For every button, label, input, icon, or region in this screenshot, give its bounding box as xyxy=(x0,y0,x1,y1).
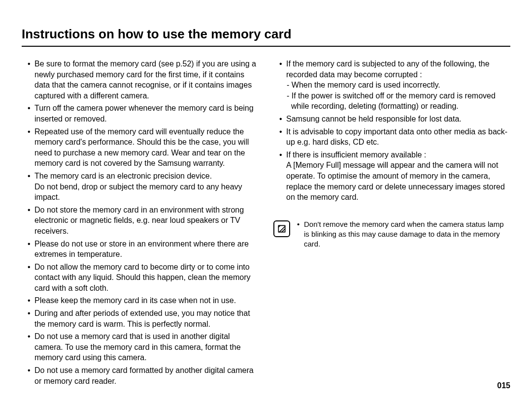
list-item: The memory card is an electronic precisi… xyxy=(28,171,259,203)
list-item-text: Do not allow the memory card to become d… xyxy=(34,263,250,292)
list-item: Be sure to format the memory card (see p… xyxy=(28,59,259,101)
list-item: If the memory card is subjected to any o… xyxy=(279,59,510,112)
list-item: Do not store the memory card in an envir… xyxy=(28,205,259,237)
list-item-text: Samsung cannot be held responsible for l… xyxy=(286,115,462,123)
left-column: Be sure to format the memory card (see p… xyxy=(22,59,259,388)
page-title: Instructions on how to use the memory ca… xyxy=(22,27,510,47)
list-item-dash: - When the memory card is used incorrect… xyxy=(286,80,510,91)
list-item-text: If the memory card is subjected to any o… xyxy=(286,60,490,79)
list-item-text: It is advisable to copy important data o… xyxy=(286,127,507,147)
list-item-text: During and after periods of extended use… xyxy=(34,309,250,328)
list-item-text: Do not use a memory card formatted by an… xyxy=(34,366,254,385)
list-item: Repeated use of the memory card will eve… xyxy=(28,126,259,169)
list-item-text: Please do not use or store in an environ… xyxy=(34,240,249,259)
list-item-sub: Do not bend, drop or subject the memory … xyxy=(34,182,259,203)
content-columns: Be sure to format the memory card (see p… xyxy=(22,59,510,388)
list-item-text: Be sure to format the memory card (see p… xyxy=(34,60,256,100)
list-item-text: Turn off the camera power whenever the m… xyxy=(34,104,254,123)
note-item: Don't remove the memory card when the ca… xyxy=(297,219,510,249)
note-text: Don't remove the memory card when the ca… xyxy=(297,219,510,251)
page-number: 015 xyxy=(497,381,510,390)
list-item-text: Do not use a memory card that is used in… xyxy=(34,332,241,362)
list-item: Do not use a memory card that is used in… xyxy=(28,331,259,363)
list-item: During and after periods of extended use… xyxy=(28,308,259,329)
right-column: If the memory card is subjected to any o… xyxy=(273,59,510,388)
list-item-dash: - If the power is switched off or the me… xyxy=(286,91,510,112)
list-item-text: If there is insufficient memory availabl… xyxy=(286,151,426,159)
list-item: Please keep the memory card in its case … xyxy=(28,295,259,306)
list-item-text: Do not store the memory card in an envir… xyxy=(34,206,244,235)
list-item: If there is insufficient memory availabl… xyxy=(279,150,510,203)
note-icon xyxy=(273,220,290,237)
list-item: Do not use a memory card formatted by an… xyxy=(28,365,259,386)
list-item: Samsung cannot be held responsible for l… xyxy=(279,114,510,124)
list-item: It is advisable to copy important data o… xyxy=(279,126,510,148)
note-box: Don't remove the memory card when the ca… xyxy=(273,219,510,251)
list-item-sub: A [Memory Full] message will appear and … xyxy=(286,160,510,202)
list-item: Please do not use or store in an environ… xyxy=(28,239,259,260)
list-item-text: Please keep the memory card in its case … xyxy=(34,296,236,305)
list-item: Turn off the camera power whenever the m… xyxy=(28,103,259,124)
list-item: Do not allow the memory card to become d… xyxy=(28,262,259,294)
list-item-text: The memory card is an electronic precisi… xyxy=(34,172,212,180)
list-item-text: Repeated use of the memory card will eve… xyxy=(34,127,249,168)
